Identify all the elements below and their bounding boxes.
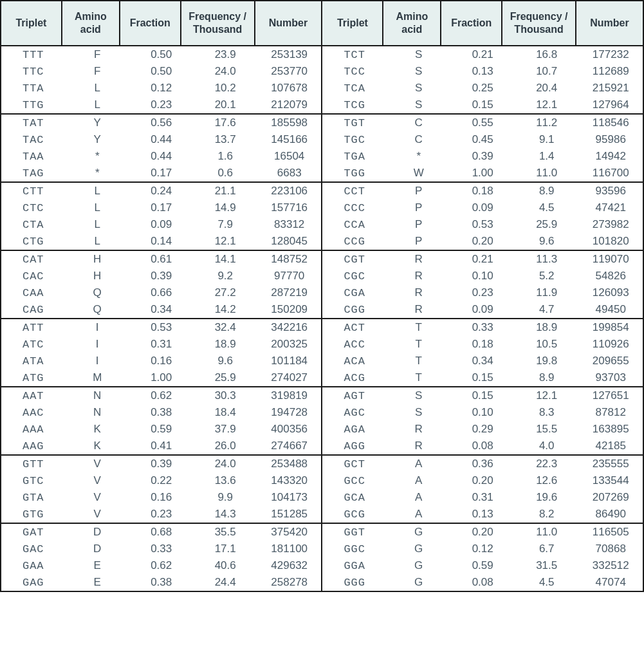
cell-fraction: 1.00 (450, 165, 515, 181)
cell-triplet: TAC (1, 131, 65, 148)
cell-number: 400356 (257, 421, 322, 438)
cell-number: 107678 (257, 80, 322, 97)
cell-amino: L (65, 97, 129, 113)
table-row: GGGG0.084.547074 (322, 574, 643, 591)
cell-amino: V (65, 506, 129, 523)
table-row: CCTP0.188.993596 (322, 183, 643, 200)
cell-amino: T (387, 369, 451, 386)
codon-block: CCTP0.188.993596CCCP0.094.547421CCAP0.53… (322, 182, 643, 250)
codon-block: GCTA0.3622.3235555GCCA0.2012.6133544GCAA… (322, 455, 643, 523)
table-row: TTGL0.2320.1212079 (1, 97, 321, 113)
cell-fraction: 0.09 (129, 216, 193, 233)
table-row: GACD0.3317.1181100 (1, 541, 321, 557)
cell-amino: A (387, 489, 451, 506)
cell-number: 185598 (257, 115, 322, 131)
cell-freq: 9.2 (193, 268, 257, 284)
cell-fraction: 0.61 (129, 251, 193, 268)
cell-freq: 7.9 (193, 216, 257, 233)
cell-number: 163895 (578, 421, 643, 438)
cell-amino: I (65, 336, 129, 353)
cell-number: 200325 (257, 336, 322, 353)
cell-fraction: 0.09 (450, 200, 515, 216)
cell-fraction: 0.20 (450, 233, 515, 250)
cell-triplet: CAT (1, 251, 65, 268)
cell-freq: 11.0 (515, 165, 579, 181)
cell-amino: S (387, 387, 451, 404)
table-row: AACN0.3818.4194728 (1, 404, 321, 421)
codon-block: GGTG0.2011.0116505GGCG0.126.770868GGAG0.… (322, 523, 643, 591)
header-fraction: Fraction (441, 1, 502, 46)
cell-freq: 9.6 (515, 233, 579, 250)
table-row: CTAL0.097.983312 (1, 216, 321, 233)
cell-fraction: 0.13 (450, 506, 515, 523)
cell-fraction: 0.39 (129, 456, 193, 472)
cell-fraction: 0.24 (129, 183, 193, 200)
cell-number: 235555 (578, 456, 643, 472)
cell-triplet: TCA (322, 80, 387, 97)
table-row: CGGR0.094.749450 (322, 301, 643, 318)
cell-freq: 26.0 (193, 438, 257, 454)
cell-amino: C (387, 115, 451, 131)
cell-number: 332512 (578, 557, 643, 574)
cell-fraction: 0.50 (129, 63, 193, 80)
cell-amino: S (387, 80, 451, 97)
cell-freq: 30.3 (193, 387, 257, 404)
table-row: CTGL0.1412.1128045 (1, 233, 321, 250)
cell-triplet: TTG (1, 97, 65, 113)
cell-freq: 4.0 (515, 438, 579, 454)
cell-triplet: GGA (322, 557, 387, 574)
cell-fraction: 0.38 (129, 404, 193, 421)
cell-amino: P (387, 233, 451, 250)
cell-amino: I (65, 319, 129, 336)
cell-freq: 14.1 (193, 251, 257, 268)
table-row: CTTL0.2421.1223106 (1, 183, 321, 200)
cell-fraction: 0.16 (129, 353, 193, 369)
table-row: CCCP0.094.547421 (322, 200, 643, 216)
table-row: TTCF0.5024.0253770 (1, 63, 321, 80)
table-row: AAGK0.4126.0274667 (1, 438, 321, 454)
cell-fraction: 0.66 (129, 284, 193, 301)
cell-freq: 1.4 (515, 148, 579, 165)
cell-triplet: CCG (322, 233, 387, 250)
cell-fraction: 0.12 (450, 541, 515, 557)
cell-amino: K (65, 421, 129, 438)
cell-triplet: TTC (1, 63, 65, 80)
cell-fraction: 0.17 (129, 165, 193, 181)
cell-number: 151285 (257, 506, 322, 523)
table-row: ATCI0.3118.9200325 (1, 336, 321, 353)
cell-fraction: 0.23 (129, 97, 193, 113)
cell-amino: A (387, 472, 451, 489)
table-row: ATAI0.169.6101184 (1, 353, 321, 369)
cell-triplet: TGT (322, 115, 387, 131)
table-row: TGGW1.0011.0116700 (322, 165, 643, 181)
cell-amino: M (65, 369, 129, 386)
cell-number: 258278 (257, 574, 322, 591)
cell-triplet: GAG (1, 574, 65, 591)
cell-number: 199854 (578, 319, 643, 336)
cell-triplet: ACT (322, 319, 387, 336)
cell-number: 212079 (257, 97, 322, 113)
cell-number: 116700 (578, 165, 643, 181)
cell-number: 157716 (257, 200, 322, 216)
table-row: GTGV0.2314.3151285 (1, 506, 321, 523)
cell-fraction: 0.36 (450, 456, 515, 472)
header-number: Number (255, 1, 322, 46)
cell-amino: S (387, 97, 451, 113)
cell-fraction: 0.21 (450, 251, 515, 268)
cell-amino: L (65, 216, 129, 233)
cell-triplet: GGG (322, 574, 387, 591)
cell-triplet: GTT (1, 456, 65, 472)
table-row: TCCS0.1310.7112689 (322, 63, 643, 80)
codon-block: CGTR0.2111.3119070CGCR0.105.254826CGAR0.… (322, 250, 643, 319)
cell-fraction: 0.39 (450, 148, 515, 165)
table-row: ACAT0.3419.8209655 (322, 353, 643, 369)
cell-fraction: 0.10 (450, 268, 515, 284)
cell-fraction: 0.23 (129, 506, 193, 523)
cell-fraction: 0.41 (129, 438, 193, 454)
cell-amino: R (387, 268, 451, 284)
cell-freq: 25.9 (193, 369, 257, 386)
table-row: TCAS0.2520.4215921 (322, 80, 643, 97)
cell-triplet: AGC (322, 404, 387, 421)
cell-amino: R (387, 251, 451, 268)
cell-fraction: 0.18 (450, 183, 515, 200)
